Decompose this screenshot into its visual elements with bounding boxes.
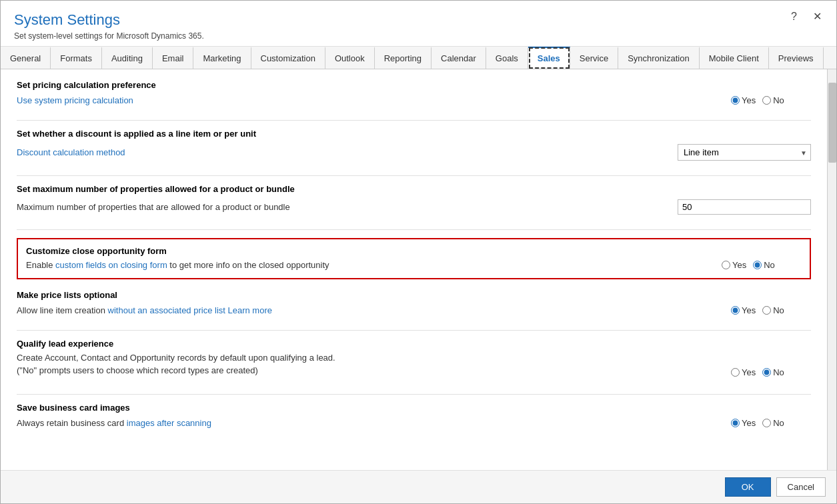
separator-3: [17, 229, 811, 230]
qualify-lead-row: ("No" prompts users to choose which reco…: [17, 364, 811, 381]
content-area: Set pricing calculation preference Use s…: [1, 69, 836, 470]
pricing-title: Set pricing calculation preference: [17, 80, 811, 90]
qualify-lead-note: ("No" prompts users to choose which reco…: [17, 365, 258, 375]
tab-reporting[interactable]: Reporting: [375, 47, 432, 69]
price-lists-yes-radio[interactable]: [731, 306, 740, 315]
cancel-button[interactable]: Cancel: [776, 477, 826, 497]
tab-auditing[interactable]: Auditing: [102, 47, 153, 69]
separator-5: [17, 394, 811, 395]
properties-row: Maximum number of properties that are al…: [17, 198, 811, 216]
dialog-controls: ? ✕: [787, 9, 826, 24]
dialog-header: System Settings Set system-level setting…: [1, 1, 836, 47]
pricing-yes-label[interactable]: Yes: [731, 95, 756, 105]
dialog-title: System Settings: [14, 11, 823, 29]
tab-customization[interactable]: Customization: [251, 47, 325, 69]
business-card-yes-label[interactable]: Yes: [731, 418, 756, 428]
price-lists-title: Make price lists optional: [17, 290, 811, 300]
tab-mobile-client[interactable]: Mobile Client: [700, 47, 769, 69]
pricing-yes-radio[interactable]: [731, 96, 740, 105]
tab-goals[interactable]: Goals: [486, 47, 528, 69]
close-button[interactable]: ✕: [809, 9, 826, 24]
qualify-lead-no-radio[interactable]: [762, 368, 771, 377]
ok-button[interactable]: OK: [725, 477, 771, 497]
opportunity-desc: Enable custom fields on closing form to …: [26, 260, 329, 270]
separator-4: [17, 330, 811, 331]
pricing-no-label[interactable]: No: [762, 95, 784, 105]
help-button[interactable]: ?: [787, 9, 801, 24]
opportunity-link[interactable]: custom fields on closing form: [55, 260, 167, 270]
tab-sales[interactable]: Sales: [528, 47, 570, 69]
pricing-no-radio[interactable]: [762, 96, 771, 105]
discount-select[interactable]: Line item Per unit: [678, 144, 811, 161]
business-card-radio-group: Yes No: [731, 418, 811, 428]
properties-title: Set maximum number of properties allowed…: [17, 184, 811, 194]
scrollbar-thumb[interactable]: [828, 83, 836, 163]
pricing-row: Use system pricing calculation Yes No: [17, 94, 811, 107]
separator-2: [17, 175, 811, 176]
scrollbar-track[interactable]: [827, 69, 836, 470]
pricing-label: Use system pricing calculation: [17, 95, 133, 105]
opportunity-no-label[interactable]: No: [753, 260, 775, 270]
business-card-title: Save business card images: [17, 403, 811, 413]
tabs-bar: General Formats Auditing Email Marketing…: [1, 47, 836, 69]
discount-row: Discount calculation method Line item Pe…: [17, 143, 811, 162]
price-lists-no-label[interactable]: No: [762, 305, 784, 315]
opportunity-yes-radio[interactable]: [722, 261, 730, 269]
qualify-lead-no-label[interactable]: No: [762, 367, 784, 377]
system-settings-dialog: System Settings Set system-level setting…: [0, 0, 837, 504]
price-lists-no-radio[interactable]: [762, 306, 771, 315]
tab-service[interactable]: Service: [570, 47, 618, 69]
opportunity-section: Customize close opportunity form Enable …: [17, 238, 811, 279]
opportunity-title: Customize close opportunity form: [26, 246, 802, 256]
qualify-lead-radio-group: Yes No: [731, 367, 811, 377]
tab-general[interactable]: General: [1, 47, 51, 69]
dialog-subtitle: Set system-level settings for Microsoft …: [14, 31, 823, 41]
dialog-footer: OK Cancel: [1, 470, 836, 503]
pricing-section: Set pricing calculation preference Use s…: [17, 80, 811, 107]
price-lists-link2[interactable]: Learn more: [228, 305, 272, 315]
tab-outlook[interactable]: Outlook: [325, 47, 375, 69]
separator-1: [17, 120, 811, 121]
discount-section: Set whether a discount is applied as a l…: [17, 129, 811, 162]
tab-previews[interactable]: Previews: [769, 47, 824, 69]
opportunity-yes-label[interactable]: Yes: [722, 260, 746, 270]
qualify-lead-desc: Create Account, Contact and Opportunity …: [17, 353, 811, 363]
opportunity-row: Enable custom fields on closing form to …: [26, 259, 802, 271]
pricing-radio-group: Yes No: [731, 95, 811, 105]
qualify-lead-yes-radio[interactable]: [731, 368, 740, 377]
tab-marketing[interactable]: Marketing: [193, 47, 251, 69]
opportunity-no-radio[interactable]: [753, 261, 762, 269]
opportunity-radio-group: Yes No: [722, 260, 802, 270]
price-lists-row: Allow line item creation without an asso…: [17, 304, 811, 317]
price-lists-radio-group: Yes No: [731, 305, 811, 315]
discount-select-wrapper: Line item Per unit ▼: [678, 144, 811, 161]
qualify-lead-section: Qualify lead experience Create Account, …: [17, 339, 811, 381]
price-lists-yes-label[interactable]: Yes: [731, 305, 756, 315]
properties-input[interactable]: [678, 199, 811, 215]
tab-formats[interactable]: Formats: [51, 47, 102, 69]
price-lists-section: Make price lists optional Allow line ite…: [17, 290, 811, 317]
tab-calendar[interactable]: Calendar: [432, 47, 486, 69]
business-card-desc: Always retain business card images after…: [17, 418, 211, 428]
business-card-no-label[interactable]: No: [762, 418, 784, 428]
business-card-row: Always retain business card images after…: [17, 417, 811, 429]
business-card-no-radio[interactable]: [762, 419, 771, 427]
tab-email[interactable]: Email: [153, 47, 194, 69]
discount-title: Set whether a discount is applied as a l…: [17, 129, 811, 139]
business-card-section: Save business card images Always retain …: [17, 403, 811, 429]
qualify-lead-yes-label[interactable]: Yes: [731, 367, 756, 377]
price-lists-link1[interactable]: without an associated price list: [108, 305, 225, 315]
discount-label: Discount calculation method: [17, 147, 125, 157]
price-lists-desc: Allow line item creation without an asso…: [17, 305, 272, 315]
qualify-lead-title: Qualify lead experience: [17, 339, 811, 349]
business-card-yes-radio[interactable]: [731, 419, 740, 427]
properties-label: Maximum number of properties that are al…: [17, 202, 290, 212]
main-content: Set pricing calculation preference Use s…: [1, 69, 827, 470]
business-card-link[interactable]: images after scanning: [127, 418, 211, 428]
tab-synchronization[interactable]: Synchronization: [618, 47, 700, 69]
properties-section: Set maximum number of properties allowed…: [17, 184, 811, 216]
